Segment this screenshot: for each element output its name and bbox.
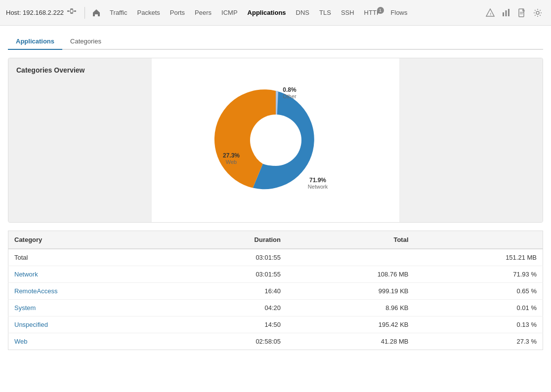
table-row: Network03:01:55108.76 MB71.93 % — [8, 266, 543, 283]
svg-rect-12 — [506, 10, 507, 16]
categories-overview-section: Categories Overview 0.8% Other — [8, 58, 543, 223]
page-content: Applications Categories Categories Overv… — [0, 26, 551, 358]
nav-packets[interactable]: Packets — [133, 6, 164, 19]
svg-rect-2 — [71, 12, 73, 14]
category-cell[interactable]: Web — [8, 333, 173, 350]
svg-rect-1 — [71, 8, 73, 10]
nav-traffic[interactable]: Traffic — [106, 6, 131, 19]
network-percent-label: 71.9% — [309, 177, 326, 184]
home-nav-button[interactable] — [89, 5, 104, 20]
col-duration: Duration — [173, 231, 287, 249]
nav-icmp[interactable]: ICMP — [217, 6, 242, 19]
duration-cell: 14:50 — [173, 316, 287, 333]
duration-cell: 16:40 — [173, 283, 287, 300]
amount-cell: 8.96 KB — [287, 300, 415, 316]
percent-cell: 0.01 % — [415, 300, 543, 316]
svg-rect-3 — [74, 10, 76, 12]
nav-tls[interactable]: TLS — [315, 6, 335, 19]
duration-cell: 03:01:55 — [173, 249, 287, 266]
document-icon-button[interactable] — [514, 5, 529, 20]
alert-icon-button[interactable]: ! — [483, 5, 498, 20]
http-badge: 1 — [377, 7, 384, 14]
table-row: Total03:01:55151.21 MB — [8, 249, 543, 266]
col-category: Category — [8, 231, 173, 249]
category-cell[interactable]: Unspecified — [8, 316, 173, 333]
col-total-amount: Total — [287, 231, 415, 249]
other-percent-label: 0.8% — [283, 86, 297, 93]
nav-applications[interactable]: Applications — [244, 6, 290, 19]
table-row: RemoteAccess16:40999.19 KB0.65 % — [8, 283, 543, 300]
network-category-label: Network — [307, 184, 328, 190]
category-cell[interactable]: RemoteAccess — [8, 283, 173, 300]
category-cell: Total — [8, 249, 173, 266]
duration-cell: 04:20 — [173, 300, 287, 316]
nav-ports[interactable]: Ports — [166, 6, 189, 19]
settings-icon-button[interactable] — [530, 5, 545, 20]
svg-point-18 — [250, 115, 301, 166]
percent-cell: 151.21 MB — [415, 249, 543, 266]
percent-cell: 0.65 % — [415, 283, 543, 300]
amount-cell: 195.42 KB — [287, 316, 415, 333]
nav-dns[interactable]: DNS — [292, 6, 313, 19]
percent-cell: 0.13 % — [415, 316, 543, 333]
percent-cell: 27.3 % — [415, 333, 543, 350]
host-label: Host: 192.168.2.222 — [6, 8, 77, 18]
donut-chart: 0.8% Other 27.3% Web 71.9% Network — [192, 66, 360, 214]
nav-http[interactable]: HTTP 1 — [360, 6, 385, 19]
tab-categories[interactable]: Categories — [62, 34, 109, 50]
nav-flows[interactable]: Flows — [387, 6, 412, 19]
nav-icon-group: ! — [483, 5, 545, 20]
amount-cell: 999.19 KB — [287, 283, 415, 300]
col-total-percent — [415, 231, 543, 249]
amount-cell: 41.28 MB — [287, 333, 415, 350]
web-percent-label: 27.3% — [222, 152, 239, 159]
svg-rect-0 — [67, 10, 69, 12]
category-cell[interactable]: Network — [8, 266, 173, 283]
duration-cell: 02:58:05 — [173, 333, 287, 350]
table-row: Unspecified14:50195.42 KB0.13 % — [8, 316, 543, 333]
svg-rect-11 — [503, 12, 504, 16]
overview-label: Categories Overview — [8, 58, 152, 222]
svg-text:!: ! — [490, 12, 492, 16]
percent-cell: 71.93 % — [415, 266, 543, 283]
chart-area: 0.8% Other 27.3% Web 71.9% Network — [152, 58, 399, 222]
nav-ssh[interactable]: SSH — [337, 6, 358, 19]
host-text: Host: 192.168.2.222 — [6, 9, 64, 16]
topbar: Host: 192.168.2.222 Traffic Packets Port… — [0, 0, 551, 26]
tab-bar: Applications Categories — [8, 34, 543, 50]
table-row: System04:208.96 KB0.01 % — [8, 300, 543, 316]
tab-applications[interactable]: Applications — [8, 34, 62, 50]
chart-icon-button[interactable] — [499, 5, 513, 20]
table-row: Web02:58:0541.28 MB27.3 % — [8, 333, 543, 350]
nav-peers[interactable]: Peers — [191, 6, 215, 19]
categories-table: Category Duration Total Total03:01:55151… — [8, 231, 543, 350]
duration-cell: 03:01:55 — [173, 266, 287, 283]
other-category-label: Other — [283, 93, 297, 99]
web-category-label: Web — [225, 159, 236, 165]
svg-rect-13 — [508, 9, 509, 16]
network-topology-icon — [67, 8, 77, 18]
svg-point-17 — [536, 11, 539, 14]
amount-cell — [287, 249, 415, 266]
right-panel — [399, 58, 543, 222]
category-cell[interactable]: System — [8, 300, 173, 316]
amount-cell: 108.76 MB — [287, 266, 415, 283]
nav-separator — [85, 7, 85, 19]
